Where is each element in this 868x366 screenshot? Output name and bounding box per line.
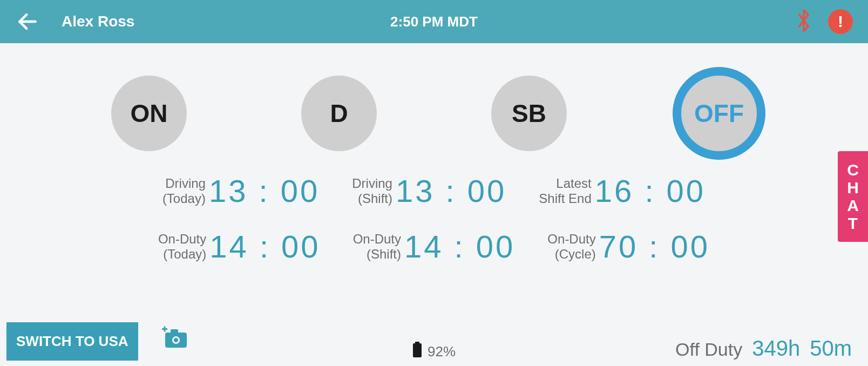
status-sleeper-button[interactable]: SB (491, 76, 567, 151)
add-photo-button[interactable] (162, 326, 188, 351)
svg-point-4 (174, 338, 178, 342)
bluetooth-icon[interactable] (795, 9, 813, 35)
metric-label: On-Duty (Cycle) (547, 232, 595, 261)
metric-value: 13 : 00 (209, 173, 320, 209)
main-content: ON D SB OFF Driving (Today) 13 : 00 Driv… (0, 43, 868, 366)
metric-onduty-cycle: On-Duty (Cycle) 70 : 00 (547, 228, 710, 265)
metric-driving-today: Driving (Today) 13 : 00 (162, 173, 320, 209)
svg-rect-7 (415, 342, 419, 343)
svg-rect-8 (413, 343, 422, 357)
footer: SWITCH TO USA 92% Off Duty 349h 50m (0, 317, 868, 366)
user-name: Alex Ross (62, 13, 134, 30)
metric-label: On-Duty (Shift) (353, 232, 401, 261)
status-d-label: D (330, 99, 348, 128)
current-time: 2:50 PM MDT (390, 13, 478, 30)
svg-rect-6 (164, 327, 165, 332)
metric-label: Latest Shift End (539, 176, 591, 206)
chat-tab[interactable]: C H A T (838, 151, 868, 242)
metric-value: 14 : 00 (404, 228, 515, 265)
switch-country-button[interactable]: SWITCH TO USA (6, 322, 138, 361)
offduty-hours: 349h (752, 336, 800, 361)
metric-label: Driving (Today) (162, 176, 206, 206)
metrics-row-2: On-Duty (Today) 14 : 00 On-Duty (Shift) … (0, 228, 868, 265)
status-on-button[interactable]: ON (111, 76, 187, 151)
back-button[interactable] (15, 9, 40, 34)
metrics-panel: Driving (Today) 13 : 00 Driving (Shift) … (0, 162, 868, 265)
metric-label: On-Duty (Today) (158, 232, 206, 261)
metric-value: 16 : 00 (595, 173, 706, 209)
header-right: ! (795, 9, 853, 35)
metric-driving-shift: Driving (Shift) 13 : 00 (352, 173, 506, 209)
app-header: Alex Ross 2:50 PM MDT ! (0, 0, 868, 43)
metric-value: 13 : 00 (396, 173, 506, 209)
battery-icon (412, 342, 422, 362)
alert-icon: ! (838, 12, 843, 31)
status-driving-button[interactable]: D (301, 76, 377, 151)
duty-status-row: ON D SB OFF (0, 43, 868, 162)
status-off-label: OFF (694, 99, 744, 128)
battery-status: 92% (412, 342, 456, 362)
metric-onduty-shift: On-Duty (Shift) 14 : 00 (353, 228, 516, 265)
offduty-label: Off Duty (675, 339, 742, 360)
metric-onduty-today: On-Duty (Today) 14 : 00 (158, 228, 321, 265)
metric-value: 14 : 00 (209, 228, 320, 265)
metric-value: 70 : 00 (599, 228, 710, 265)
status-on-label: ON (131, 99, 168, 128)
alert-badge[interactable]: ! (828, 9, 853, 34)
battery-percent: 92% (428, 343, 456, 360)
status-off-button[interactable]: OFF (681, 76, 757, 151)
offduty-mins: 50m (810, 336, 852, 361)
metric-label: Driving (Shift) (352, 176, 392, 206)
off-duty-timer: Off Duty 349h 50m (675, 336, 852, 361)
metrics-row-1: Driving (Today) 13 : 00 Driving (Shift) … (0, 173, 868, 209)
status-sb-label: SB (512, 99, 546, 128)
svg-rect-2 (171, 329, 178, 334)
metric-latest-shift-end: Latest Shift End 16 : 00 (539, 173, 706, 209)
